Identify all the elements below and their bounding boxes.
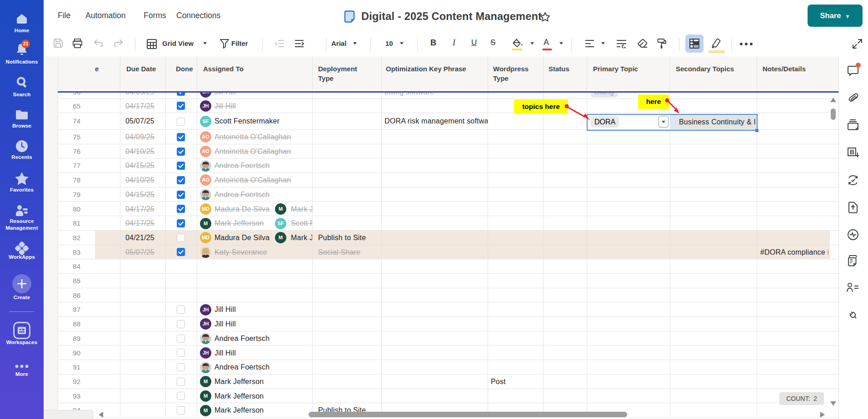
svg-text:B: B [850, 148, 854, 156]
